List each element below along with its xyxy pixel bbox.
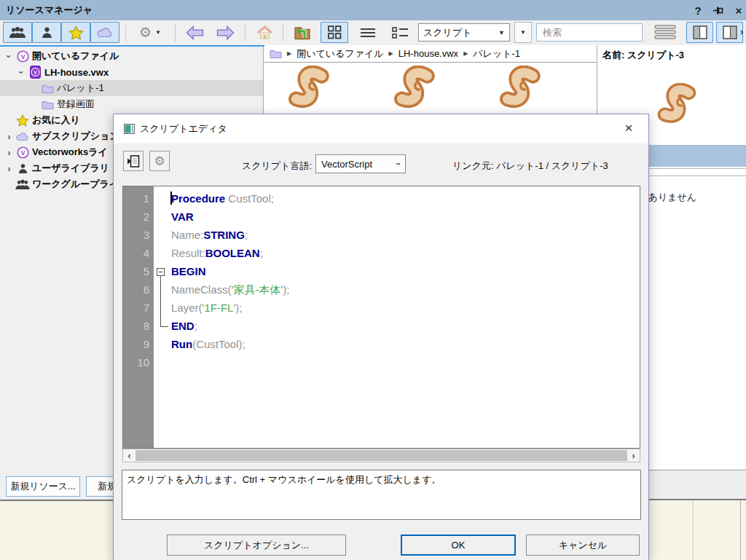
detail-view-icon (392, 27, 408, 39)
view-thumbnails-button[interactable] (321, 22, 348, 43)
chevron-down-icon: ▼ (520, 29, 526, 36)
palette-item[interactable] (495, 66, 546, 117)
favorites-button[interactable] (61, 22, 90, 43)
list-view-icon (361, 28, 375, 37)
horizontal-scrollbar[interactable]: ‹ › (122, 449, 640, 462)
panel-focus-line (0, 45, 264, 47)
person-icon (41, 26, 53, 39)
palette-item[interactable] (284, 66, 335, 117)
ok-button[interactable]: OK (401, 535, 516, 556)
user-library-button[interactable] (32, 22, 61, 43)
panel-layout-left-button[interactable] (686, 22, 713, 43)
fold-collapse-box[interactable] (157, 268, 165, 276)
tree-item-label: パレット-1 (57, 82, 104, 95)
close-button[interactable]: × (733, 4, 745, 17)
cloud-icon (15, 132, 30, 141)
arrow-right-icon (216, 25, 235, 41)
cancel-button[interactable]: キャンセル (526, 535, 640, 556)
chevron-down-icon: ▼ (155, 29, 161, 36)
language-dropdown[interactable]: VectorScript › (315, 154, 406, 173)
person-icon (15, 163, 30, 174)
star-icon (15, 114, 30, 127)
tree-item[interactable]: ›VLH-house.vwx (0, 64, 263, 80)
tree-item[interactable]: パレット-1 (0, 80, 263, 96)
toolbar-separator (245, 24, 246, 42)
tree-item-label: LH-house.vwx (44, 67, 109, 78)
caret-expanded-icon[interactable]: › (4, 50, 15, 63)
grid-view-icon (328, 25, 342, 39)
panel-layout-right-button[interactable] (716, 22, 743, 43)
link-source-label: リンク元: パレット-1 / スクリプト-3 (452, 159, 608, 173)
tree-item-label: ユーザライブラリ (32, 162, 109, 175)
gear-icon: ⚙ (139, 24, 152, 41)
gear-icon: ⚙ (154, 154, 165, 169)
view-details-button[interactable] (386, 22, 414, 43)
tree-item-label: 登録画面 (57, 98, 95, 111)
resource-type-dropdown[interactable]: スクリプト ▼ (418, 23, 510, 42)
dialog-app-icon (124, 124, 135, 134)
window-titlebar: リソースマネージャ ? × (0, 0, 746, 20)
scrollbar-thumb[interactable] (136, 450, 627, 461)
cloud-libraries-button[interactable] (90, 22, 119, 43)
toolbar-separator (175, 24, 176, 42)
caret-collapsed-icon[interactable]: › (3, 163, 15, 174)
scroll-right-arrow[interactable]: › (627, 449, 640, 462)
code-editor[interactable]: 12345678910 Procedure CustTool;VARName:S… (122, 186, 640, 449)
open-file-location-button[interactable] (288, 22, 318, 43)
help-button[interactable]: ? (692, 4, 704, 17)
tree-item-label: Vectorworksライ (32, 146, 108, 159)
code-line: Name:STRING; (171, 226, 640, 244)
stacked-rows-button[interactable] (648, 22, 682, 43)
dialog-close-button[interactable]: × (619, 119, 638, 138)
back-button[interactable] (181, 22, 208, 43)
filter-options-button[interactable]: ▼ (514, 22, 532, 43)
scroll-left-arrow[interactable]: ‹ (123, 449, 136, 462)
resource-name: 名前: スクリプト-3 (597, 45, 746, 62)
window-title: リソースマネージャ (6, 4, 93, 17)
tree-item[interactable]: 登録画面 (0, 96, 263, 112)
language-value: VectorScript (321, 159, 372, 170)
script-editor-dialog: スクリプトエディタ × ⚙ スクリプト言語: VectorScript › リン… (113, 114, 649, 560)
script-options-button[interactable]: スクリプトオプション... (167, 535, 346, 556)
resource-preview (653, 83, 702, 131)
hint-text-box: スクリプトを入力します。Ctrl + マウスホイールを使用して拡大します。 (122, 470, 641, 520)
tree-item-label: ワークグループライ (32, 178, 119, 191)
insert-script-button[interactable] (123, 151, 144, 171)
palette-item[interactable] (390, 66, 441, 117)
folder-return-icon (294, 24, 313, 41)
svg-text:V: V (20, 53, 25, 60)
tree-item-label: お気に入り (32, 114, 80, 127)
dialog-titlebar[interactable]: スクリプトエディタ × (114, 114, 648, 143)
caret-collapsed-icon[interactable]: › (3, 131, 15, 142)
dialog-title: スクリプトエディタ (140, 122, 227, 135)
vwx-file-icon: V (28, 66, 42, 79)
forward-button[interactable] (211, 22, 239, 43)
new-resource-button[interactable]: 新規リソース... (6, 476, 80, 497)
breadcrumb-item[interactable]: 開いているファイル (297, 47, 383, 60)
breadcrumb-separator-icon: ▶ (287, 50, 291, 57)
code-line: Run(CustTool); (171, 335, 640, 353)
caret-expanded-icon[interactable]: › (16, 66, 27, 79)
script-icon (495, 66, 546, 117)
tree-item-label: 開いているファイル (32, 50, 119, 63)
toolbar-separator (125, 24, 126, 42)
script-icon (284, 66, 335, 117)
home-button[interactable] (251, 22, 278, 43)
view-list-button[interactable] (354, 22, 382, 43)
breadcrumb-item[interactable]: LH-house.vwx (398, 48, 458, 59)
workgroup-libraries-button[interactable] (3, 22, 32, 43)
breadcrumb-item[interactable]: パレット-1 (473, 47, 520, 60)
tree-item-label: サブスクリプション (32, 130, 119, 143)
caret-collapsed-icon[interactable]: › (3, 147, 15, 158)
tree-item[interactable]: ›V開いているファイル (0, 48, 263, 64)
toolbar-overflow-chevron[interactable]: › (740, 26, 743, 37)
script-settings-button[interactable]: ⚙ (149, 151, 170, 171)
settings-menu-button[interactable]: ⚙ ▼ (131, 22, 169, 43)
fold-margin (123, 186, 171, 448)
chevron-down-icon: ▼ (498, 29, 505, 36)
folder-icon (40, 84, 55, 93)
pin-button[interactable] (712, 5, 724, 16)
pin-icon (712, 5, 723, 16)
chevron-down-icon: › (393, 162, 404, 165)
main-toolbar: ⚙ ▼ スクリプト ▼ ▼ › (0, 20, 746, 46)
